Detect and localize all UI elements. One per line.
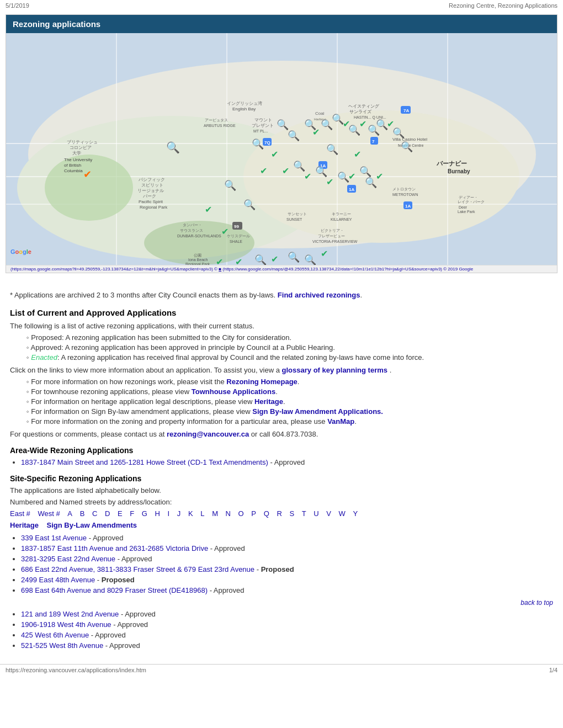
map-url-bar[interactable]: (https://maps.google.com/maps?ll=49.2505… xyxy=(6,265,557,273)
east-app-link-6[interactable]: 698 East 64th Avenue and 8029 Fraser Str… xyxy=(21,586,208,594)
nav-o[interactable]: O xyxy=(238,509,244,518)
east-app-status-5: Proposed xyxy=(102,576,135,584)
west-app-item-3: 425 West 6th Avenue - Approved xyxy=(21,631,553,639)
east-app-link-4[interactable]: 686 East 22nd Avenue, 3811-3833 Fraser S… xyxy=(21,565,254,573)
list-section-title: List of Current and Approved Application… xyxy=(10,308,553,317)
bullet-approved: Approved: A rezoning application has bee… xyxy=(26,343,553,352)
map-pin: 🔍 xyxy=(288,251,300,263)
townhouse-applications-link[interactable]: Townhouse Applications xyxy=(192,387,275,396)
east-app-list: 339 East 1st Avenue - Approved 1837-1857… xyxy=(21,534,553,594)
map-pin: 🔍 xyxy=(288,130,300,142)
nav-k[interactable]: K xyxy=(188,509,193,518)
map-pin: ✔ xyxy=(304,171,311,182)
heritage-link[interactable]: Heritage xyxy=(254,397,283,406)
nav-east[interactable]: East # xyxy=(10,509,30,518)
nav-n[interactable]: N xyxy=(226,509,231,518)
nav-w[interactable]: W xyxy=(339,509,346,518)
nav-m[interactable]: M xyxy=(212,509,218,518)
east-app-link-5[interactable]: 2499 East 48th Avenue xyxy=(21,576,95,584)
status-bullets: Proposed: A rezoning application has bee… xyxy=(26,333,553,362)
east-app-item-6: 698 East 64th Avenue and 8029 Fraser Str… xyxy=(21,586,553,594)
find-archived-rezonings-link[interactable]: Find archived rezonings xyxy=(278,291,360,299)
google-logo: Google xyxy=(10,248,31,255)
map-pin: 🔍 xyxy=(348,124,360,136)
list-intro-text: The following is a list of active rezoni… xyxy=(10,322,553,330)
east-app-item-4: 686 East 22nd Avenue, 3811-3833 Fraser S… xyxy=(21,565,553,573)
area-wide-link[interactable]: 1837-1847 Main Street and 1265-1281 Howe… xyxy=(21,458,268,466)
nav-a[interactable]: A xyxy=(67,509,72,518)
map-pin: 🔍 xyxy=(326,144,338,156)
nav-g[interactable]: G xyxy=(142,509,147,518)
nav-s[interactable]: S xyxy=(289,509,294,518)
nav-y[interactable]: Y xyxy=(353,509,358,518)
nav-f[interactable]: F xyxy=(130,509,134,518)
nav-j[interactable]: J xyxy=(177,509,181,518)
sign-bylaw-link[interactable]: Sign By-law Amendment Applications. xyxy=(252,407,383,416)
nav-h[interactable]: H xyxy=(155,509,160,518)
nav-e[interactable]: E xyxy=(118,509,123,518)
map-pin: ✔ xyxy=(359,119,367,129)
nav-q[interactable]: Q xyxy=(264,509,269,518)
map-pin: 🔍 xyxy=(254,254,267,265)
map-pin: ✔ xyxy=(271,149,278,160)
nav-v[interactable]: V xyxy=(326,509,331,518)
nav-c[interactable]: C xyxy=(92,509,97,518)
west-app-link-3[interactable]: 425 West 6th Avenue xyxy=(21,631,89,639)
east-app-item-1: 339 East 1st Avenue - Approved xyxy=(21,534,553,542)
west-app-item-4: 521-525 West 8th Avenue - Approved xyxy=(21,641,553,650)
map-pin: 🔍 xyxy=(304,254,316,265)
footer-page-num: 1/4 xyxy=(549,667,557,673)
nav-t[interactable]: T xyxy=(302,509,306,518)
map-pin: ✔ xyxy=(282,166,289,176)
west-app-list: 121 and 189 West 2nd Avenue - Approved 1… xyxy=(21,610,553,650)
map-pin: ✔ xyxy=(312,127,320,137)
map-pin: 🔍 xyxy=(166,141,180,154)
nav-r[interactable]: R xyxy=(277,509,282,518)
nav-p[interactable]: P xyxy=(251,509,256,518)
nav-u[interactable]: U xyxy=(314,509,318,518)
map-title: Rezoning applications xyxy=(6,15,557,33)
map-pin: 🔍 xyxy=(359,166,371,178)
nav-west[interactable]: West # xyxy=(38,509,60,518)
map-pin: 🔍 xyxy=(315,166,327,178)
map-pin: 🔍 xyxy=(401,141,413,153)
nav-l[interactable]: L xyxy=(200,509,204,518)
area-wide-item: 1837-1847 Main Street and 1265-1281 Howe… xyxy=(21,458,553,466)
map-pin: ✔ xyxy=(326,177,333,187)
map-pin: ✔ xyxy=(235,257,242,265)
content-area: * Applications are archived 2 to 3 month… xyxy=(0,277,563,658)
glossary-link[interactable]: glossary of key planning terms xyxy=(282,366,387,374)
map-pin: ✔ xyxy=(260,166,267,176)
map-pin: ✔ xyxy=(354,149,361,160)
west-app-link-4[interactable]: 521-525 West 8th Avenue xyxy=(21,641,103,650)
map-pins-layer: ✔ 🔍 ✔ 🔍 🔍 ✔ 🔍 🔍 🔍 ✔ 🔍 🔍 ✔ 🔍 ✔ 🔍 🔍 ✔ 🔍 ✔ … xyxy=(6,33,557,265)
map-pin: 🔍 xyxy=(293,160,305,172)
ext-link-item-townhouse: For townhouse rezoning applications, ple… xyxy=(26,387,553,396)
east-app-link-3[interactable]: 3281-3295 East 22nd Avenue xyxy=(21,555,115,563)
rezoning-homepage-link[interactable]: Rezoning Homepage xyxy=(226,378,298,386)
nav-d[interactable]: D xyxy=(105,509,110,518)
back-to-top-link[interactable]: back to top xyxy=(520,599,553,607)
east-app-link-1[interactable]: 339 East 1st Avenue xyxy=(21,534,87,542)
heritage-nav-link[interactable]: Heritage xyxy=(10,521,39,529)
footer-url: https://rezoning.vancouver.ca/applicatio… xyxy=(6,667,146,673)
ext-links-list: For more information on how rezonings wo… xyxy=(26,378,553,426)
map-pin: ✔ xyxy=(216,257,223,265)
map-pin: 🔍 xyxy=(243,199,256,211)
bullet-proposed: Proposed: A rezoning application has bee… xyxy=(26,333,553,342)
nav-b[interactable]: B xyxy=(80,509,85,518)
ext-link-item-rezoning: For more information on how rezonings wo… xyxy=(26,378,553,386)
east-app-item-5: 2499 East 48th Avenue - Proposed xyxy=(21,576,553,584)
sign-bylaw-nav-link[interactable]: Sign By-Law Amendments xyxy=(47,521,137,529)
map-pin: 🔍 xyxy=(392,127,405,139)
contact-email-link[interactable]: rezoning@vancouver.ca xyxy=(167,430,249,438)
west-app-link-1[interactable]: 121 and 189 West 2nd Avenue xyxy=(21,610,119,618)
map-url-text: (https://maps.google.com/maps?ll=49.2505… xyxy=(10,267,473,272)
east-app-link-2[interactable]: 1837-1857 East 11th Avenue and 2631-2685… xyxy=(21,544,208,552)
east-app-item-3: 3281-3295 East 22nd Avenue - Approved xyxy=(21,555,553,563)
nav-i[interactable]: I xyxy=(168,509,170,518)
west-app-link-2[interactable]: 1906-1918 West 4th Avenue xyxy=(21,620,111,629)
vanmap-link[interactable]: VanMap xyxy=(327,417,354,426)
map-pin: ✔ xyxy=(271,254,278,264)
map-pin: ✔ xyxy=(221,226,229,237)
